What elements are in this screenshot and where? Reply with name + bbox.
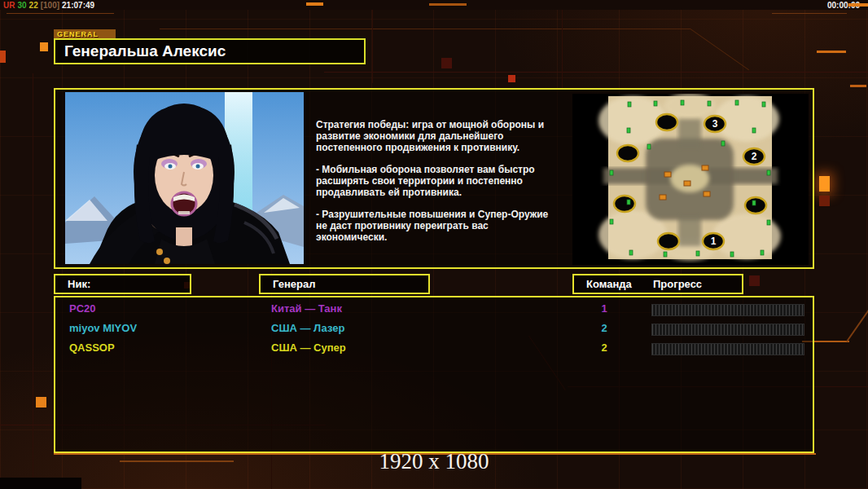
decor-square — [819, 196, 830, 206]
portrait-image — [65, 92, 304, 264]
general-info-panel: Стратегия победы: игра от мощной обороны… — [54, 88, 814, 269]
decor-notch — [0, 51, 6, 63]
decor-line — [772, 13, 847, 14]
progress-bar — [651, 343, 804, 355]
decor-square — [508, 75, 515, 82]
player-team: 2 — [594, 319, 614, 338]
briefing-paragraph: Стратегия победы: игра от мощной обороны… — [316, 119, 557, 153]
decor-line — [562, 10, 563, 88]
decor-corner — [0, 478, 81, 489]
decor-line — [846, 304, 868, 341]
decor-segment — [850, 85, 866, 87]
progress-bar — [651, 324, 804, 336]
roster-row: PC20 Китай — Танк 1 — [55, 299, 813, 319]
decor-square — [749, 275, 760, 286]
game-timer: 00:00:00 — [827, 1, 860, 10]
progress-bar — [651, 304, 804, 316]
player-nick: miyov MIYOV — [69, 319, 137, 338]
player-nick: QASSOP — [69, 338, 115, 358]
briefing-paragraph: - Мобильная оборона позволяет вам быстро… — [316, 164, 557, 198]
map-start-1: 1 — [711, 236, 717, 247]
decor-line — [324, 72, 868, 73]
player-nick: PC20 — [69, 299, 96, 319]
top-strip — [0, 0, 868, 10]
status-segment: UR — [3, 1, 15, 10]
decor-square — [36, 397, 46, 408]
map-preview: 3 2 1 — [572, 94, 809, 265]
player-team: 2 — [594, 338, 614, 358]
map-image: 3 2 1 — [572, 94, 809, 265]
decor-line — [33, 73, 33, 489]
decor-square — [441, 58, 452, 68]
decor-line — [372, 10, 373, 83]
player-roster-panel: PC20 Китай — Танк 1 miyov MIYOV США — Ла… — [54, 296, 814, 453]
page-title: Генеральша Алексис — [54, 38, 366, 64]
strategy-briefing: Стратегия победы: игра от мощной обороны… — [316, 119, 557, 253]
decor-segment — [817, 51, 846, 53]
decor-line — [690, 29, 749, 70]
general-portrait — [65, 92, 304, 264]
resolution-label: 1920 x 1080 — [0, 449, 868, 474]
status-time: 21:07:49 — [62, 1, 94, 10]
column-header-progress: Прогресс — [653, 275, 702, 293]
player-general: Китай — Танк — [271, 299, 342, 319]
status-segment: [100] — [41, 1, 59, 10]
player-general: США — Супер — [271, 338, 346, 358]
decor-line — [7, 13, 114, 14]
decor-square — [819, 176, 830, 192]
column-header-nick: Ник: — [54, 274, 191, 294]
decor-square — [40, 42, 48, 51]
status-segment: 30 — [17, 1, 26, 10]
roster-row: miyov MIYOV США — Лазер 2 — [55, 319, 813, 338]
briefing-paragraph: - Разрушительные повышения и Супер-Оружи… — [316, 209, 557, 243]
player-general: США — Лазер — [271, 319, 344, 338]
column-header-team: Команда — [586, 275, 632, 293]
roster-row: QASSOP США — Супер 2 — [55, 338, 813, 358]
map-start-3: 3 — [712, 118, 718, 130]
decor-line — [160, 29, 690, 29]
column-header-team-progress: Команда Прогресс — [572, 274, 743, 294]
map-start-2: 2 — [752, 151, 757, 162]
status-segment: 22 — [29, 1, 38, 10]
column-header-general: Генерал — [259, 274, 430, 294]
network-status: UR3022[100]21:07:49 — [3, 1, 97, 10]
player-team: 1 — [594, 299, 614, 319]
